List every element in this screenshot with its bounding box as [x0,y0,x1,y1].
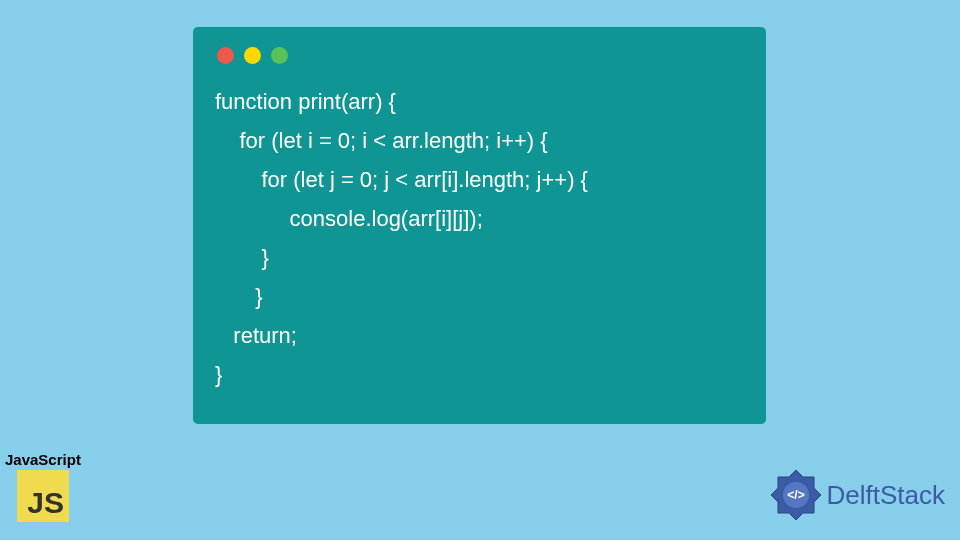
code-content: function print(arr) { for (let i = 0; i … [193,64,766,394]
maximize-icon [271,47,288,64]
svg-text:</>: </> [787,488,804,502]
traffic-lights [193,27,766,64]
code-window: function print(arr) { for (let i = 0; i … [193,27,766,424]
minimize-icon [244,47,261,64]
javascript-badge: JavaScript JS [5,451,81,522]
delftstack-logo-icon: </> [769,468,823,522]
close-icon [217,47,234,64]
js-icon: JS [17,470,69,522]
js-label: JavaScript [5,451,81,468]
delftstack-badge: </> DelftStack [769,468,946,522]
delftstack-text: DelftStack [827,480,946,511]
